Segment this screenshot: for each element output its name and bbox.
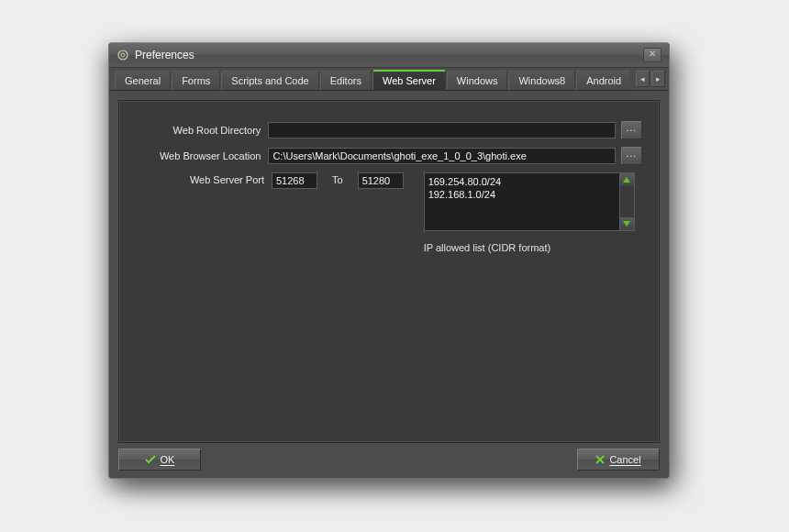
- close-button[interactable]: ✕: [643, 48, 661, 62]
- web-server-port-label: Web Server Port: [136, 172, 272, 185]
- svg-marker-3: [623, 221, 630, 227]
- tab-windows[interactable]: Windows: [447, 71, 508, 90]
- svg-marker-2: [623, 177, 630, 183]
- svg-point-0: [118, 50, 128, 60]
- browser-location-label: Web Browser Location: [136, 150, 268, 161]
- app-icon: [117, 49, 129, 61]
- tab-forms[interactable]: Forms: [172, 71, 220, 90]
- tab-windows8[interactable]: Windows8: [508, 71, 575, 90]
- web-root-label: Web Root Directory: [136, 125, 268, 136]
- tab-editors[interactable]: Editors: [320, 71, 372, 90]
- tab-scroll-right-button[interactable]: ▸: [651, 71, 665, 87]
- port-to-label: To: [332, 172, 343, 185]
- tab-scroll-left-button[interactable]: ◂: [636, 71, 650, 87]
- window-title: Preferences: [135, 49, 643, 61]
- web-root-input[interactable]: [268, 122, 615, 139]
- check-icon: [145, 455, 156, 464]
- tabbar: General Forms Scripts and Code Editors W…: [109, 68, 669, 91]
- tab-general[interactable]: General: [115, 71, 171, 90]
- ip-list-item[interactable]: 192.168.1.0/24: [428, 188, 616, 201]
- tab-web-server[interactable]: Web Server: [372, 70, 446, 90]
- ip-list-scrollbar[interactable]: [620, 172, 635, 231]
- ok-button-label: OK: [161, 454, 175, 465]
- port-from-input[interactable]: [272, 172, 317, 189]
- cancel-icon: [595, 455, 605, 464]
- web-server-panel: Web Root Directory ... Web Browser Locat…: [118, 100, 660, 443]
- svg-point-1: [121, 53, 125, 57]
- browser-location-browse-button[interactable]: ...: [621, 147, 642, 165]
- preferences-window: Preferences ✕ General Forms Scripts and …: [108, 42, 670, 479]
- web-root-browse-button[interactable]: ...: [621, 121, 642, 139]
- tab-scripts[interactable]: Scripts and Code: [221, 71, 318, 90]
- dialog-button-bar: OK Cancel: [109, 447, 669, 478]
- port-to-input[interactable]: [358, 172, 404, 189]
- titlebar[interactable]: Preferences ✕: [109, 43, 669, 68]
- ip-list-caption: IP allowed list (CIDR format): [424, 242, 635, 253]
- browser-location-input[interactable]: [268, 148, 615, 164]
- scroll-down-button[interactable]: [620, 217, 634, 230]
- tab-android[interactable]: Android: [576, 71, 630, 90]
- cancel-button[interactable]: Cancel: [577, 449, 660, 471]
- ip-allowed-list[interactable]: 169.254.80.0/24 192.168.1.0/24: [424, 172, 620, 231]
- scroll-up-button[interactable]: [620, 173, 634, 186]
- content-area: Web Root Directory ... Web Browser Locat…: [109, 91, 669, 447]
- ip-list-item[interactable]: 169.254.80.0/24: [428, 175, 616, 188]
- cancel-button-label: Cancel: [609, 454, 640, 465]
- ok-button[interactable]: OK: [118, 449, 201, 471]
